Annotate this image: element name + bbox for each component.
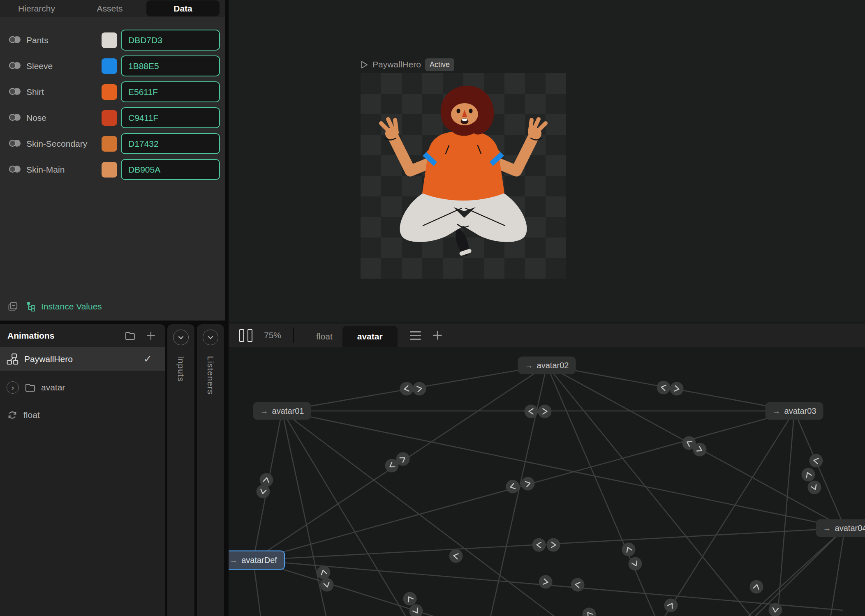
transition-icon[interactable] bbox=[400, 382, 414, 396]
color-swatch[interactable] bbox=[102, 136, 117, 152]
color-swatch[interactable] bbox=[102, 110, 117, 126]
animations-title: Animations bbox=[7, 331, 125, 341]
tab-data[interactable]: Data bbox=[146, 0, 220, 16]
transition-line[interactable] bbox=[547, 365, 773, 616]
artboard[interactable] bbox=[361, 73, 566, 279]
artboard-name[interactable]: PaywallHero bbox=[372, 60, 421, 69]
hex-input[interactable] bbox=[121, 159, 220, 180]
transition-icon[interactable] bbox=[521, 477, 535, 491]
data-row-pants: Pants bbox=[0, 27, 225, 53]
transition-line[interactable] bbox=[629, 528, 845, 616]
transition-line[interactable] bbox=[826, 528, 845, 616]
transition-line[interactable] bbox=[711, 528, 845, 616]
add-tab-icon[interactable] bbox=[432, 330, 443, 341]
transition-icon[interactable] bbox=[449, 549, 463, 563]
transition-icon[interactable] bbox=[403, 592, 417, 606]
chevron-down-icon[interactable] bbox=[173, 330, 189, 345]
transition-icon[interactable] bbox=[622, 543, 636, 556]
data-variable-list: Pants Sleeve Shirt Nose Skin-Secondary bbox=[0, 17, 225, 182]
transition-icon[interactable] bbox=[532, 538, 546, 552]
tab-assets[interactable]: Assets bbox=[73, 0, 146, 17]
transition-icon[interactable] bbox=[809, 454, 823, 468]
hex-input[interactable] bbox=[121, 107, 220, 128]
transition-icon[interactable] bbox=[257, 485, 270, 498]
state-machine-graph[interactable]: →avatar02→avatar01→avatar03→avatar04→ava… bbox=[229, 347, 865, 616]
chevron-down-icon[interactable] bbox=[203, 330, 218, 345]
state-node-avatarDef[interactable]: →avatarDef bbox=[229, 551, 285, 570]
transition-icon[interactable] bbox=[629, 557, 642, 571]
color-variable-icon bbox=[9, 35, 21, 45]
animation-group-avatar[interactable]: › avatar bbox=[0, 376, 165, 399]
transition-icon[interactable] bbox=[670, 382, 684, 396]
state-arrow-icon: → bbox=[823, 524, 831, 533]
listeners-panel-collapsed[interactable]: Listeners bbox=[197, 324, 224, 616]
stage-canvas[interactable]: PaywallHero Active bbox=[229, 0, 865, 323]
inputs-panel-collapsed[interactable]: Inputs bbox=[167, 324, 194, 616]
transition-icon[interactable] bbox=[583, 608, 596, 616]
transition-icon[interactable] bbox=[802, 468, 815, 482]
right-hand bbox=[530, 119, 546, 140]
transition-icon[interactable] bbox=[506, 480, 520, 494]
transition-icon[interactable] bbox=[539, 575, 553, 589]
transition-line[interactable] bbox=[282, 411, 845, 528]
transition-icon[interactable] bbox=[808, 481, 821, 494]
play-icon[interactable] bbox=[361, 60, 368, 69]
transition-line[interactable] bbox=[775, 411, 794, 616]
variable-name: Nose bbox=[26, 113, 102, 123]
color-swatch[interactable] bbox=[102, 162, 117, 178]
transition-line[interactable] bbox=[282, 411, 699, 616]
transition-icon[interactable] bbox=[750, 580, 763, 594]
tab-avatar[interactable]: avatar bbox=[342, 326, 398, 347]
transition-icon[interactable] bbox=[664, 599, 678, 612]
menu-icon[interactable] bbox=[410, 331, 421, 340]
transition-line[interactable] bbox=[794, 411, 845, 528]
color-swatch[interactable] bbox=[102, 32, 117, 48]
character-illustration bbox=[361, 73, 566, 279]
transition-icon[interactable] bbox=[769, 603, 782, 616]
pause-icon[interactable] bbox=[239, 329, 252, 342]
transition-icon[interactable] bbox=[657, 381, 671, 395]
transition-icon[interactable] bbox=[260, 473, 273, 487]
hex-input[interactable] bbox=[121, 81, 220, 102]
state-node-label: avatar01 bbox=[272, 406, 304, 416]
hex-input[interactable] bbox=[121, 55, 220, 76]
data-row-skin-secondary: Skin-Secondary bbox=[0, 131, 225, 157]
animation-item-paywallhero[interactable]: PaywallHero ✓ bbox=[0, 347, 165, 371]
layers-icon bbox=[7, 301, 19, 312]
toolbar-divider bbox=[293, 328, 294, 343]
transition-icon[interactable] bbox=[547, 538, 560, 552]
tab-float[interactable]: float bbox=[306, 326, 342, 347]
data-row-sleeve: Sleeve bbox=[0, 53, 225, 79]
instance-values-row[interactable]: Instance Values bbox=[0, 292, 225, 321]
new-folder-icon[interactable] bbox=[125, 331, 136, 341]
state-arrow-icon: → bbox=[772, 406, 781, 416]
tab-hierarchy[interactable]: Hierarchy bbox=[0, 0, 73, 17]
transition-icon[interactable] bbox=[525, 405, 538, 418]
state-node-avatar01[interactable]: →avatar01 bbox=[253, 402, 311, 420]
add-animation-icon[interactable] bbox=[146, 330, 156, 341]
transition-icon[interactable] bbox=[320, 578, 334, 592]
animation-label: float bbox=[23, 410, 40, 420]
data-row-nose: Nose bbox=[0, 105, 225, 131]
state-node-avatar04[interactable]: →avatar04 bbox=[816, 519, 865, 537]
transition-icon[interactable] bbox=[413, 382, 426, 396]
transition-icon[interactable] bbox=[538, 405, 552, 418]
transition-icon[interactable] bbox=[571, 578, 585, 592]
state-node-avatar02[interactable]: →avatar02 bbox=[518, 357, 576, 374]
color-swatch[interactable] bbox=[102, 58, 117, 74]
animation-item-float[interactable]: float bbox=[0, 403, 165, 427]
state-node-avatar03[interactable]: →avatar03 bbox=[766, 402, 823, 420]
transition-icon[interactable] bbox=[693, 443, 707, 457]
transition-line[interactable] bbox=[547, 365, 670, 616]
hex-input[interactable] bbox=[121, 30, 220, 51]
transition-icon[interactable] bbox=[396, 452, 410, 466]
zoom-level[interactable]: 75% bbox=[264, 330, 281, 340]
transition-line[interactable] bbox=[253, 560, 678, 616]
transition-icon[interactable] bbox=[409, 604, 423, 616]
variable-name: Skin-Secondary bbox=[26, 139, 102, 149]
expand-chevron-icon[interactable]: › bbox=[7, 381, 19, 394]
color-swatch[interactable] bbox=[102, 84, 117, 100]
hex-input[interactable] bbox=[121, 133, 220, 154]
artboard-caption[interactable]: PaywallHero Active bbox=[361, 57, 454, 72]
transition-icon[interactable] bbox=[317, 566, 331, 579]
